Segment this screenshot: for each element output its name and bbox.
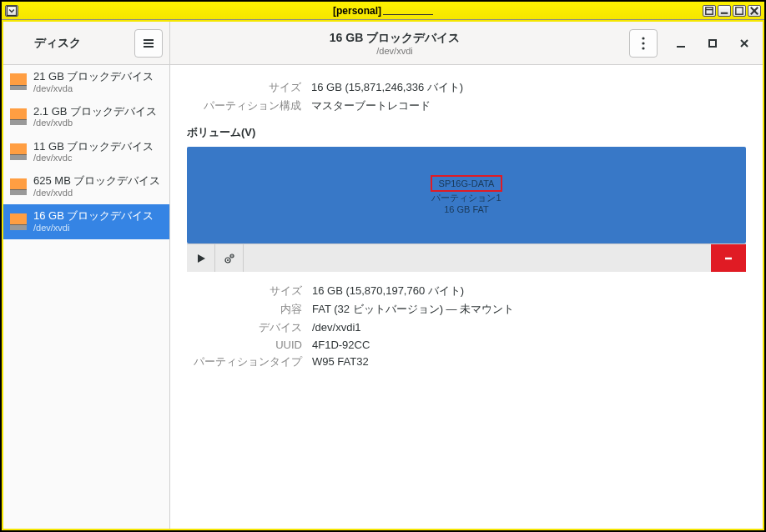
window-menu-icon[interactable]	[5, 5, 18, 17]
disk-list-sidebar: 21 GB ブロックデバイス/dev/xvda2.1 GB ブロックデバイス/d…	[3, 65, 170, 529]
uuid-label: UUID	[187, 337, 309, 353]
inner-minimize-button[interactable]	[673, 35, 689, 52]
volume-toolbar	[187, 243, 746, 272]
content-value: FAT (32 ビットバージョン) — 未マウント	[309, 300, 517, 319]
psize-value: 16 GB (15,870,197,760 バイト)	[309, 282, 517, 300]
inner-close-button[interactable]	[736, 35, 753, 52]
disk-icon	[10, 178, 27, 195]
titlebar-title: [personal]	[333, 5, 433, 17]
disk-item-path: /dev/xvdi	[33, 223, 154, 233]
disk-item-path: /dev/xvdb	[33, 118, 157, 128]
play-icon	[195, 253, 207, 264]
device-value: /dev/xvdi1	[309, 319, 517, 337]
hamburger-icon	[142, 37, 155, 50]
disk-list-item[interactable]: 625 MB ブロックデバイス/dev/xvdd	[3, 169, 169, 204]
size-label: サイズ	[187, 78, 308, 97]
parttype-label: パーティションタイプ	[187, 353, 309, 371]
disk-list-item[interactable]: 2.1 GB ブロックデバイス/dev/xvdb	[3, 100, 169, 135]
header-bar: ディスク 16 GB ブロックデバイス /dev/xvdi	[3, 22, 763, 65]
svg-point-21	[231, 255, 232, 256]
page-title: 16 GB ブロックデバイス	[330, 31, 460, 46]
content-label: 内容	[187, 300, 309, 319]
disk-info-table: サイズ 16 GB (15,871,246,336 バイト) パーティション構成…	[187, 78, 466, 115]
svg-rect-14	[709, 40, 716, 47]
svg-point-11	[642, 42, 644, 44]
volume-partition-block[interactable]: SP16G-DATA パーティション1 16 GB FAT	[187, 147, 746, 243]
sidebar-title: ディスク	[10, 36, 104, 51]
svg-point-19	[227, 259, 229, 261]
disk-icon	[10, 213, 27, 230]
psize-label: サイズ	[187, 282, 309, 300]
parttype-value: W95 FAT32	[309, 353, 517, 371]
mount-button[interactable]	[187, 244, 215, 272]
maximize-icon[interactable]	[733, 5, 746, 17]
content-area: サイズ 16 GB (15,871,246,336 バイト) パーティション構成…	[170, 65, 763, 529]
uuid-value: 4F1D-92CC	[309, 337, 517, 353]
disk-item-path: /dev/xvda	[33, 83, 154, 94]
disk-item-name: 2.1 GB ブロックデバイス	[33, 105, 157, 118]
svg-rect-1	[706, 7, 713, 13]
page-subtitle: /dev/xvdi	[376, 46, 412, 56]
drive-menu-button[interactable]	[629, 29, 658, 58]
minimize-icon[interactable]	[718, 5, 731, 17]
size-value: 16 GB (15,871,246,336 バイト)	[308, 78, 466, 97]
disk-item-name: 21 GB ブロックデバイス	[33, 70, 154, 83]
close-icon[interactable]	[748, 5, 761, 17]
volume-partition-label: パーティション1	[431, 192, 503, 203]
device-label: デバイス	[187, 319, 309, 337]
disk-icon	[10, 108, 27, 125]
parttable-label: パーティション構成	[187, 97, 308, 115]
volume-fs-label: 16 GB FAT	[431, 203, 503, 215]
hamburger-menu-button[interactable]	[134, 29, 163, 58]
parttable-value: マスターブートレコード	[308, 97, 466, 115]
titlebar-btn-1[interactable]	[703, 5, 716, 17]
disk-item-name: 11 GB ブロックデバイス	[33, 140, 154, 153]
inner-maximize-button[interactable]	[704, 35, 721, 52]
disk-icon	[10, 73, 27, 90]
disk-item-path: /dev/xvdd	[33, 188, 160, 198]
kebab-icon	[642, 37, 645, 50]
disk-list-item[interactable]: 16 GB ブロックデバイス/dev/xvdi	[3, 204, 169, 239]
svg-point-10	[642, 37, 644, 39]
titlebar[interactable]: [personal]	[2, 2, 764, 20]
disk-icon	[10, 143, 27, 160]
disk-list-item[interactable]: 11 GB ブロックデバイス/dev/xvdc	[3, 135, 169, 170]
partition-details-table: サイズ 16 GB (15,870,197,760 バイト) 内容 FAT (3…	[187, 282, 517, 371]
volume-name-highlighted: SP16G-DATA	[431, 175, 503, 192]
svg-marker-17	[198, 254, 205, 263]
svg-point-12	[642, 47, 644, 49]
volumes-heading: ボリューム(V)	[187, 125, 746, 140]
disk-item-name: 16 GB ブロックデバイス	[33, 209, 154, 223]
volume-settings-button[interactable]	[215, 244, 244, 272]
disk-list-item[interactable]: 21 GB ブロックデバイス/dev/xvda	[3, 65, 169, 100]
delete-partition-button[interactable]	[711, 244, 746, 272]
gears-icon	[224, 253, 235, 264]
disk-item-name: 625 MB ブロックデバイス	[33, 174, 160, 188]
window-frame: [personal] ディスク 16 GB ブロックデバイス /dev/xvdi	[0, 0, 766, 532]
svg-rect-4	[736, 7, 743, 13]
disk-item-path: /dev/xvdc	[33, 153, 154, 163]
minus-icon	[723, 253, 734, 264]
svg-rect-0	[7, 6, 16, 15]
